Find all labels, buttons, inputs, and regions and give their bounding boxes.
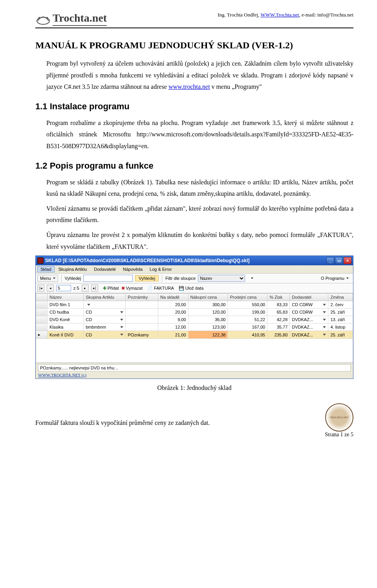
cell-poznamky[interactable] bbox=[126, 316, 158, 323]
cell-poznamky[interactable] bbox=[126, 323, 158, 331]
cell-zisk[interactable]: 35,77 bbox=[267, 323, 290, 331]
cell-nazev[interactable]: DVD film 1 bbox=[48, 301, 84, 309]
cell-sklad[interactable]: 21,00 bbox=[158, 331, 188, 339]
header-site-link[interactable]: WWW.Trochta.net bbox=[260, 12, 299, 18]
titlebar: SKLAD [E:\SAPOTAddon\C#2008\SKLADII\SCRE… bbox=[36, 256, 353, 265]
popis-p1: Program se skládá z tabulky (Obrázek 1).… bbox=[46, 176, 353, 200]
status-link[interactable]: WWW.TROCHTA.NET (c) bbox=[38, 373, 86, 377]
heading-install: 1.1 Instalace programu bbox=[35, 101, 353, 112]
cell-poznamky[interactable]: POznkamy bbox=[126, 331, 158, 339]
col-nakupni[interactable]: Nákupní cena bbox=[188, 294, 228, 301]
filter-apply-button[interactable] bbox=[247, 276, 256, 280]
about-button[interactable]: O Programu bbox=[318, 275, 351, 282]
maximize-button[interactable]: ▭ bbox=[335, 257, 343, 264]
col-skupina[interactable]: Skupina Artiklu bbox=[84, 294, 126, 301]
cell-zmena[interactable]: 25. září bbox=[328, 309, 353, 316]
table-row[interactable]: DVD KoněCD9,0036,0051,2242,28DVDKAZ...13… bbox=[36, 316, 353, 323]
col-zmena[interactable]: Změna bbox=[328, 294, 353, 301]
search-input[interactable] bbox=[83, 275, 133, 282]
faktura-button[interactable]: 📄 FAKTURA bbox=[147, 286, 174, 291]
cell-zmena[interactable]: 25. září bbox=[328, 331, 353, 339]
col-nazev[interactable]: Název bbox=[48, 294, 84, 301]
col-prodejni[interactable]: Prodejní cena bbox=[228, 294, 267, 301]
cell-prodej[interactable]: 410,95 bbox=[228, 331, 267, 339]
cell-dodavatel[interactable]: DVDKAZ... bbox=[290, 316, 328, 323]
table-row[interactable]: ▸Koně II DVDCDPOznkamy21,00122,38410,952… bbox=[36, 331, 353, 339]
menubar: Sklad Skupina Artiklu Dodavatelé Nápověd… bbox=[36, 265, 353, 273]
cell-nazev[interactable]: Klasika bbox=[48, 323, 84, 331]
cell-nazev[interactable]: Koně II DVD bbox=[48, 331, 84, 339]
menu-dropdown-button[interactable]: Menu bbox=[37, 275, 58, 282]
col-zisk[interactable]: % Zisk bbox=[267, 294, 290, 301]
cell-prodej[interactable]: 199,00 bbox=[228, 309, 267, 316]
nav-last-button[interactable]: ▸| bbox=[91, 285, 98, 292]
delete-button[interactable]: ✖ Vymazat bbox=[121, 286, 143, 291]
cell-sklad[interactable]: 9,00 bbox=[158, 316, 188, 323]
nav-prev-button[interactable]: ◂ bbox=[47, 285, 54, 292]
cell-sklad[interactable]: 20,00 bbox=[158, 301, 188, 309]
cell-poznamky[interactable] bbox=[126, 309, 158, 316]
cell-dodavatel[interactable]: DVDKAZ... bbox=[290, 331, 328, 339]
cell-nakup[interactable]: 123,00 bbox=[188, 323, 228, 331]
menu-napoveda[interactable]: Nápověda bbox=[120, 266, 146, 272]
chevron-down-icon bbox=[323, 319, 326, 321]
col-rowheader bbox=[36, 294, 48, 301]
cell-zisk[interactable]: 83,33 bbox=[267, 301, 290, 309]
col-nasklade[interactable]: Na skladě bbox=[158, 294, 188, 301]
col-poznamky[interactable]: Poznámky bbox=[126, 294, 158, 301]
cell-nazev[interactable]: CD hudba bbox=[48, 309, 84, 316]
cell-dodavatel[interactable]: CD CDRW bbox=[290, 301, 328, 309]
cell-sklad[interactable]: 12,00 bbox=[158, 323, 188, 331]
row-header bbox=[36, 323, 48, 331]
table-row[interactable]: CD hudbaCD20,00120,00199,0065,83CD CDRW2… bbox=[36, 309, 353, 316]
cell-nakup[interactable]: 36,00 bbox=[188, 316, 228, 323]
cell-skupina[interactable] bbox=[84, 301, 126, 309]
cell-nakup[interactable]: 122,38 bbox=[188, 331, 228, 339]
cell-sklad[interactable]: 20,00 bbox=[158, 309, 188, 316]
col-dodavatel[interactable]: Dodavatel bbox=[290, 294, 328, 301]
nav-next-button[interactable]: ▸ bbox=[82, 285, 89, 292]
data-grid[interactable]: Název Skupina Artiklu Poznámky Na skladě… bbox=[36, 293, 353, 363]
filter-column-select[interactable]: Nazev bbox=[198, 275, 245, 282]
minimize-button[interactable]: _ bbox=[326, 257, 334, 264]
cell-dodavatel[interactable]: CD CDRW bbox=[290, 309, 328, 316]
page-title: MANUÁL K PROGRAMU JEDNODUCHÝ SKLAD (VER-… bbox=[35, 40, 353, 51]
cell-prodej[interactable]: 51,22 bbox=[228, 316, 267, 323]
cell-nazev[interactable]: DVD Koně bbox=[48, 316, 84, 323]
cell-poznamky[interactable] bbox=[126, 301, 158, 309]
cell-skupina[interactable]: CD bbox=[84, 316, 126, 323]
cell-zisk[interactable]: 42,28 bbox=[267, 316, 290, 323]
cell-nakup[interactable]: 300,00 bbox=[188, 301, 228, 309]
cell-skupina[interactable]: CD bbox=[84, 309, 126, 316]
cell-zmena[interactable]: 13. září bbox=[328, 316, 353, 323]
table-row[interactable]: DVD film 120,00300,00550,0083,33CD CDRW2… bbox=[36, 301, 353, 309]
intro-link[interactable]: www.trochta.net bbox=[168, 83, 210, 90]
cell-prodej[interactable]: 167,00 bbox=[228, 323, 267, 331]
statusbar: POznkamy...... nejlevnejsi DVD na trhu .… bbox=[36, 363, 353, 379]
menu-dodavatele[interactable]: Dodavatelé bbox=[91, 266, 119, 272]
cell-zisk[interactable]: 235,80 bbox=[267, 331, 290, 339]
add-button[interactable]: ✚ Přidat bbox=[103, 286, 119, 291]
cell-skupina[interactable]: CD bbox=[84, 331, 126, 339]
cell-prodej[interactable]: 550,00 bbox=[228, 301, 267, 309]
cell-nakup[interactable]: 120,00 bbox=[188, 309, 228, 316]
menu-sklad[interactable]: Sklad bbox=[37, 266, 55, 272]
close-button[interactable]: × bbox=[344, 257, 351, 264]
cell-dodavatel[interactable]: DVDKAZ... bbox=[290, 323, 328, 331]
nav-first-button[interactable]: |◂ bbox=[37, 285, 44, 292]
status-text: POznkamy...... nejlevnejsi DVD na trhu .… bbox=[38, 364, 351, 371]
page-input[interactable] bbox=[56, 285, 71, 291]
row-header bbox=[36, 309, 48, 316]
search-button[interactable]: Vyhledej bbox=[135, 275, 159, 281]
table-row[interactable]: Klasikabmbmbnm12,00123,00167,0035,77DVDK… bbox=[36, 323, 353, 331]
toolbar-nav: |◂ ◂ z 5 ▸ ▸| ✚ Přidat ✖ Vymazat 📄 FAKTU… bbox=[36, 283, 353, 293]
save-button[interactable]: 💾 Ulož data bbox=[179, 286, 204, 291]
cell-skupina[interactable]: bmbmbnm bbox=[84, 323, 126, 331]
menu-skupina[interactable]: Skupina Artiklu bbox=[55, 266, 90, 272]
popis-p3: Úpravu záznamu lze provést 2 x pomalým k… bbox=[46, 229, 353, 252]
menu-log[interactable]: Log & Error bbox=[146, 266, 175, 272]
cell-zmena[interactable]: 2. červ bbox=[328, 301, 353, 309]
cell-zisk[interactable]: 65,83 bbox=[267, 309, 290, 316]
chevron-down-icon bbox=[120, 334, 123, 336]
cell-zmena[interactable]: 4. listop bbox=[328, 323, 353, 331]
